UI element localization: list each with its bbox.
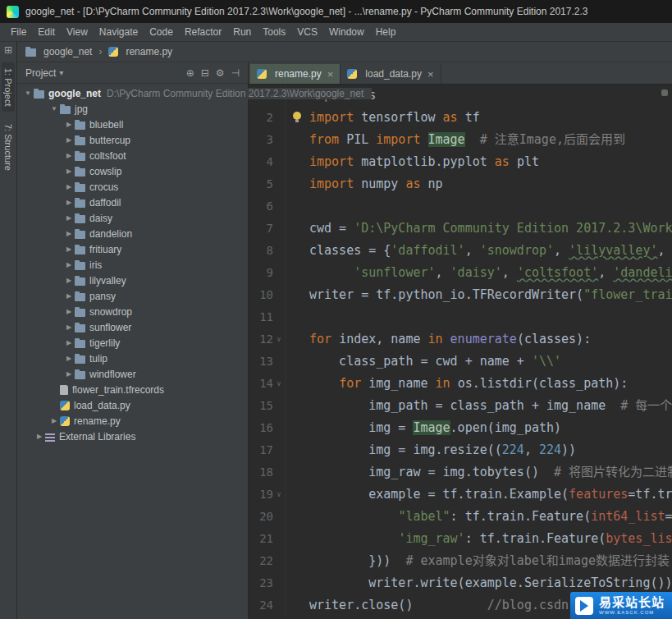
tree-expanded-icon[interactable]: ▼	[22, 89, 34, 97]
tree-item-external-libraries[interactable]: ▶External Libraries	[17, 429, 264, 444]
breadcrumb-item-rename-py[interactable]: rename.py	[105, 44, 176, 59]
code-line[interactable]: writer.close() //blog.csdn.	[286, 594, 576, 617]
code-line[interactable]: img_raw = img.tobytes() # 将图片转化为二进制格式	[286, 461, 672, 484]
tree-collapsed-icon[interactable]: ▶	[63, 136, 75, 144]
close-icon[interactable]: ×	[327, 68, 334, 80]
tree-collapsed-icon[interactable]: ▶	[63, 308, 75, 315]
tree-item-daffodil[interactable]: ▶daffodil	[17, 195, 294, 210]
tree-item-windflower[interactable]: ▶windflower	[17, 366, 294, 382]
line-number[interactable]: 18	[249, 461, 273, 484]
tree-collapsed-icon[interactable]: ▶	[63, 277, 75, 284]
code-line[interactable]: for index, name in enumerate(classes):	[286, 328, 591, 351]
code-line[interactable]: writer.write(example.SerializeToString()…	[286, 572, 672, 594]
code-line[interactable]: writer = tf.python_io.TFRecordWriter("fl…	[286, 284, 672, 306]
tree-item-buttercup[interactable]: ▶buttercup	[17, 132, 294, 148]
code-line[interactable]: cwd = 'D:\PyCharm Community Edition 2017…	[286, 218, 672, 240]
tree-item-sunflower[interactable]: ▶sunflower	[17, 319, 294, 335]
tree-collapsed-icon[interactable]: ▶	[63, 214, 75, 222]
tree-item-tulip[interactable]: ▶tulip	[17, 351, 294, 366]
tree-collapsed-icon[interactable]: ▶	[63, 199, 75, 206]
tree-collapsed-icon[interactable]: ▶	[63, 167, 75, 175]
code-line[interactable]: img = img.resize((224, 224))	[286, 439, 576, 461]
code-line[interactable]: "label": tf.train.Feature(int64_list=	[286, 506, 672, 528]
tree-item-fritiuary[interactable]: ▶fritiuary	[17, 241, 294, 257]
code-line[interactable]: })) # example对象对label和image数据进行封装	[286, 550, 670, 572]
line-number[interactable]: 24	[249, 594, 273, 617]
code-line[interactable]: import tensorflow as tf	[286, 107, 480, 129]
toolbox-icon[interactable]: ⊞	[4, 44, 12, 56]
tree-collapsed-icon[interactable]: ▶	[34, 433, 45, 440]
tree-collapsed-icon[interactable]: ▶	[63, 339, 75, 346]
code-line[interactable]: 'sunflower', 'daisy', 'coltsfoot', 'dand…	[286, 262, 672, 284]
tree-collapsed-icon[interactable]: ▶	[63, 323, 75, 331]
tree-item-load-data-py[interactable]: load_data.py	[17, 397, 279, 413]
project-view-title[interactable]: Project	[25, 67, 56, 79]
code-line[interactable]: from PIL import Image # 注意Image,后面会用到	[286, 129, 625, 151]
menu-vcs[interactable]: VCS	[291, 24, 323, 40]
code-line[interactable]: classes = {'daffodil', 'snowdrop', 'lily…	[286, 240, 672, 262]
tree-item-coltsfoot[interactable]: ▶coltsfoot	[17, 148, 294, 163]
line-number[interactable]: 19	[249, 484, 273, 506]
editor-tab-load-data-py[interactable]: load_data.py×	[341, 64, 441, 84]
tree-item-jpg[interactable]: ▼jpg	[17, 101, 279, 117]
line-number[interactable]: 23	[249, 572, 273, 594]
tree-collapsed-icon[interactable]: ▶	[63, 152, 75, 159]
code-line[interactable]: img = Image.open(img_path)	[286, 417, 561, 439]
tool-strip-structure-tab[interactable]: 7: Structure	[2, 118, 15, 177]
code-line[interactable]: import matplotlib.pyplot as plt	[286, 151, 539, 173]
tree-item-bluebell[interactable]: ▶bluebell	[17, 117, 294, 132]
code-line[interactable]: img_path = class_path + img_name # 每一个图片…	[286, 395, 672, 417]
fold-marker[interactable]: ∨	[273, 484, 286, 506]
chevron-down-icon[interactable]: ▾	[59, 68, 63, 77]
menu-code[interactable]: Code	[144, 24, 179, 40]
tree-collapsed-icon[interactable]: ▶	[48, 417, 60, 424]
tree-collapsed-icon[interactable]: ▶	[63, 245, 75, 253]
tree-collapsed-icon[interactable]: ▶	[63, 370, 75, 378]
inspections-indicator[interactable]	[661, 89, 668, 96]
tree-item-rename-py[interactable]: ▶rename.py	[17, 413, 279, 429]
tree-collapsed-icon[interactable]: ▶	[63, 183, 75, 190]
close-icon[interactable]: ×	[427, 68, 434, 80]
tree-collapsed-icon[interactable]: ▶	[63, 261, 75, 268]
tree-item-google-net[interactable]: ▼google_netD:\PyCharm Community Edition …	[17, 85, 372, 101]
menu-window[interactable]: Window	[323, 24, 370, 40]
menu-navigate[interactable]: Navigate	[94, 24, 144, 40]
tree-item-lilyvalley[interactable]: ▶lilyvalley	[17, 273, 294, 288]
menu-view[interactable]: View	[61, 24, 94, 40]
tree-item-tigerlily[interactable]: ▶tigerlily	[17, 335, 294, 351]
menu-refactor[interactable]: Refactor	[179, 24, 227, 40]
tree-item-cowslip[interactable]: ▶cowslip	[17, 163, 294, 179]
code-line[interactable]: import numpy as np	[286, 173, 443, 195]
tree-item-iris[interactable]: ▶iris	[17, 257, 294, 273]
tree-collapsed-icon[interactable]: ▶	[63, 292, 75, 300]
code-line[interactable]: class_path = cwd + name + '\\'	[286, 351, 561, 373]
tree-item-daisy[interactable]: ▶daisy	[17, 210, 294, 226]
menu-file[interactable]: File	[5, 24, 32, 40]
menu-edit[interactable]: Edit	[32, 24, 61, 40]
line-number[interactable]: 20	[249, 506, 273, 528]
tree-item-flower-train-tfrecords[interactable]: flower_train.tfrecords	[17, 382, 279, 397]
code-line[interactable]: example = tf.train.Example(features=tf.t…	[286, 484, 672, 506]
tree-collapsed-icon[interactable]: ▶	[63, 230, 75, 237]
settings-gear-icon[interactable]: ⚙	[213, 67, 228, 79]
code-line[interactable]: for img_name in os.listdir(class_path):	[286, 373, 628, 395]
line-number[interactable]: 21	[249, 528, 273, 550]
editor-tab-rename-py[interactable]: rename.py×	[250, 64, 341, 84]
tree-expanded-icon[interactable]: ▼	[48, 105, 60, 112]
breadcrumb-item-google-net[interactable]: google_net	[22, 44, 95, 59]
line-number[interactable]: 22	[249, 550, 273, 572]
tree-collapsed-icon[interactable]: ▶	[63, 355, 75, 362]
tree-item-dandelion[interactable]: ▶dandelion	[17, 226, 294, 241]
tree-item-pansy[interactable]: ▶pansy	[17, 288, 294, 304]
collapse-all-icon[interactable]: ⊟	[198, 67, 213, 79]
menu-help[interactable]: Help	[370, 24, 402, 40]
tree-collapsed-icon[interactable]: ▶	[63, 121, 75, 128]
code-line[interactable]: 'img_raw': tf.train.Feature(bytes_list=	[286, 528, 672, 550]
menu-tools[interactable]: Tools	[257, 24, 291, 40]
hide-panel-icon[interactable]: ⊣	[228, 67, 243, 79]
tree-item-snowdrop[interactable]: ▶snowdrop	[17, 304, 294, 319]
tree-item-crocus[interactable]: ▶crocus	[17, 179, 294, 195]
intention-bulb-icon[interactable]	[293, 112, 301, 120]
menu-run[interactable]: Run	[227, 24, 257, 40]
tool-strip-project-tab[interactable]: 1: Project	[2, 62, 15, 112]
